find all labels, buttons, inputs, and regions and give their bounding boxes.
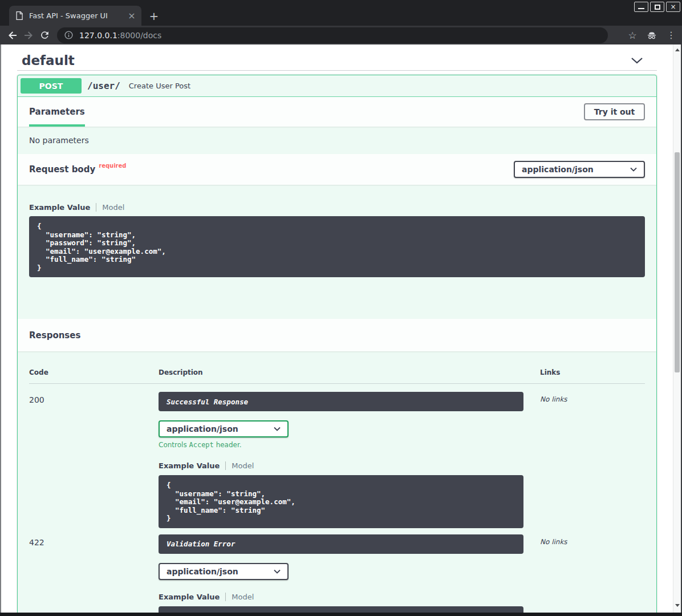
tab-example-value[interactable]: Example Value [159,593,220,601]
reload-button[interactable] [36,27,52,43]
column-code: Code [29,368,159,376]
tab-title: Fast API - Swagger UI [29,11,127,20]
required-badge: required [99,163,126,169]
window-controls: × [634,2,680,12]
response-description-cell: Successful Response application/json Con… [159,392,523,528]
incognito-glyph-icon [646,30,658,41]
select-chevron-icon [274,569,281,574]
tab-example-value[interactable]: Example Value [29,203,90,212]
response-description: Validation Error [159,534,523,554]
responses-header: Responses [18,319,656,351]
url-text: 127.0.0.1:8000/docs [79,31,161,40]
request-example-json: { "username": "string", "password": "str… [29,216,645,277]
swagger-ui: default POST /user/ Create User Post Par… [1,44,673,613]
tab-model[interactable]: Model [102,203,124,212]
response-code: 200 [29,392,159,528]
maximize-button[interactable] [650,2,664,12]
collapse-section-button[interactable] [631,57,643,64]
response-example-json: { "username": "string", "email": "user@e… [159,475,523,528]
response-code: 422 [29,534,159,613]
back-button[interactable] [5,27,21,43]
select-chevron-icon [630,167,637,172]
responses-table-header: Code Description Links [29,366,645,384]
browser-window: Fast API - Swagger UI × + × [0,0,682,616]
tab-close-icon[interactable]: × [127,11,137,21]
response-media-type-select[interactable]: application/json [159,420,289,437]
response-description: Successful Response [159,392,523,411]
tab-divider [225,593,226,601]
tab-divider [96,203,96,212]
window-bottom-edge [0,613,682,616]
accept-note-suffix: header. [214,441,242,449]
toolbar-actions: ☆ ⋮ [620,28,679,43]
forward-button[interactable] [21,27,36,43]
opblock-summary[interactable]: POST /user/ Create User Post [18,75,656,97]
scrollbar[interactable] [673,44,681,613]
page-favicon-icon [15,11,23,21]
response-row-200: 200 Successful Response application/json… [29,392,645,528]
responses-title: Responses [29,330,80,341]
tag-title: default [22,53,75,68]
request-body-header: Request body required application/json [18,154,656,185]
tab-model[interactable]: Model [232,593,254,601]
column-description: Description [159,368,523,376]
response-media-type-select[interactable]: application/json [159,563,289,580]
url-path: :8000/docs [117,31,162,40]
browser-toolbar: 127.0.0.1:8000/docs ☆ ⋮ [0,26,682,44]
bookmark-star-icon[interactable]: ☆ [625,28,640,43]
url-host: 127.0.0.1 [79,31,117,40]
response-example-json: { "detail": [ [159,606,523,613]
tab-example-value[interactable]: Example Value [159,461,220,470]
url-bar[interactable]: 127.0.0.1:8000/docs [57,27,608,43]
page-info-icon[interactable] [64,30,74,40]
request-body-section: Example Value Model { "username": "strin… [18,185,656,319]
reload-icon [39,30,50,40]
browser-tab[interactable]: Fast API - Swagger UI × [9,6,141,26]
minimize-icon [638,8,644,9]
tab-divider [225,461,226,470]
tab-model[interactable]: Model [232,461,254,470]
response-row-422: 422 Validation Error application/json Ex… [29,534,645,613]
scroll-down-arrow[interactable] [673,601,681,609]
try-it-out-button[interactable]: Try it out [584,103,645,120]
forward-arrow-icon [23,30,34,41]
scroll-down-icon [675,604,680,607]
no-parameters-text: No parameters [18,127,656,154]
browser-menu-icon[interactable]: ⋮ [664,28,679,43]
response-links: No links [523,534,645,613]
tab-parameters: Parameters [29,97,85,127]
response-links: No links [523,392,645,528]
response-description-cell: Validation Error application/json Exampl… [159,534,523,613]
new-tab-button[interactable]: + [147,9,161,23]
column-links: Links [523,368,645,376]
scrollbar-thumb[interactable] [675,152,680,372]
accept-note-prefix: Controls [159,441,189,449]
scroll-up-arrow[interactable] [673,46,681,54]
incognito-icon[interactable] [644,28,659,43]
response-media-type-value: application/json [167,567,238,576]
select-chevron-icon [274,427,281,431]
chevron-down-icon [631,57,643,64]
minimize-button[interactable] [634,2,648,12]
model-example-tabs: Example Value Model [29,203,645,212]
scroll-up-icon [675,48,680,51]
close-button[interactable]: × [666,2,680,12]
endpoint-summary: Create User Post [129,82,190,90]
page-viewport: default POST /user/ Create User Post Par… [0,44,682,613]
request-body-title: Request body [29,164,95,175]
controls-accept-note: Controls Accept header. [159,441,523,449]
maximize-icon [655,5,660,10]
titlebar: Fast API - Swagger UI × + × [0,0,682,26]
accept-note-code: Accept [189,441,213,449]
back-arrow-icon [7,30,18,41]
request-media-type-value: application/json [522,165,594,174]
responses-section: Code Description Links 200 Successful Re… [18,351,656,613]
model-example-tabs: Example Value Model [159,461,523,470]
model-example-tabs: Example Value Model [159,593,523,601]
request-media-type-select[interactable]: application/json [514,161,645,178]
http-method-badge: POST [21,78,82,94]
tag-section-header[interactable]: default [17,44,657,71]
opblock-post-user: POST /user/ Create User Post Parameters … [17,75,657,613]
response-media-type-value: application/json [167,424,238,433]
endpoint-path: /user/ [87,80,120,91]
